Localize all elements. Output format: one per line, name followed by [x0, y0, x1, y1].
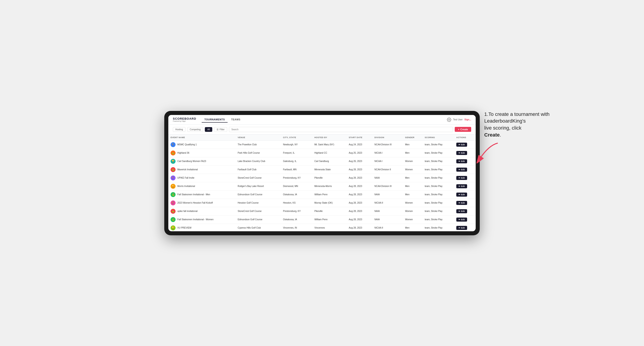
cell-date-10: Aug 28, 2023: [346, 215, 372, 224]
cell-event-name-5: 🏌 UPIKE Fall Invite: [168, 174, 236, 182]
cell-actions-4: ✏ Edit: [454, 165, 476, 174]
event-name-8: 2023 Women's Hesston Fall Kickoff: [177, 201, 213, 204]
edit-button-4[interactable]: ✏ Edit: [456, 168, 467, 172]
event-icon-10: ⛳: [170, 217, 176, 222]
cell-hosted-11: Vincennes: [312, 224, 346, 231]
cell-date-2: Aug 25, 2023: [346, 149, 372, 157]
cell-city-5: Prestonsburg, KY: [281, 174, 312, 182]
cell-actions-9: ✏ Edit: [454, 207, 476, 215]
col-hosted-by: HOSTED BY: [312, 135, 346, 141]
event-name-11: VU PREVIEW: [177, 226, 192, 229]
cell-venue-9: StoneCrest Golf Course: [236, 207, 281, 215]
cell-city-3: Galesburg, IL: [281, 157, 312, 165]
cell-date-7: Aug 28, 2023: [346, 190, 372, 199]
table-row: 🏌 UPIKE Fall Invite StoneCrest Golf Cour…: [168, 174, 476, 182]
cell-division-7: NAIA: [372, 190, 403, 199]
cell-hosted-4: Minnesota State: [312, 165, 346, 174]
all-filter-button[interactable]: All: [205, 127, 212, 132]
table-container: EVENT NAME VENUE CITY, STATE HOSTED BY S…: [168, 135, 476, 231]
table-row: 🏆 Morris Invitational Ruttger's Bay Lake…: [168, 182, 476, 190]
annotation-text: 1.To create a tournament with Leaderboar…: [484, 111, 552, 163]
cell-venue-3: Lake Bracken Country Club: [236, 157, 281, 165]
create-button[interactable]: + Create: [455, 127, 471, 132]
event-icon-7: ⛳: [170, 192, 176, 197]
cell-venue-5: StoneCrest Golf Course: [236, 174, 281, 182]
edit-icon-3: ✏: [458, 160, 460, 163]
cell-division-1: NCAA Division III: [372, 140, 403, 149]
edit-button-11[interactable]: ✏ Edit: [456, 226, 467, 230]
cell-date-4: Aug 28, 2023: [346, 165, 372, 174]
cell-city-1: Newburgh, NY: [281, 140, 312, 149]
edit-button-3[interactable]: ✏ Edit: [456, 159, 467, 163]
cell-city-2: Freeport, IL: [281, 149, 312, 157]
edit-button-2[interactable]: ✏ Edit: [456, 151, 467, 155]
annotation-line2: tournament with: [514, 111, 550, 117]
event-icon-4: ⛳: [170, 167, 176, 172]
cell-hosted-5: Pikeville: [312, 174, 346, 182]
cell-actions-11: ✏ Edit: [454, 224, 476, 231]
table-row: ⛳ Fall Statesmen Invitational - Men Edmu…: [168, 190, 476, 199]
event-icon-2: ⛳: [170, 151, 176, 156]
hosting-filter-button[interactable]: Hosting: [173, 127, 186, 132]
edit-label-6: Edit: [461, 185, 465, 187]
edit-button-10[interactable]: ✏ Edit: [456, 217, 467, 222]
cell-scoring-6: team, Stroke Play: [422, 182, 454, 190]
edit-button-7[interactable]: ✏ Edit: [456, 192, 467, 197]
cell-venue-7: Edmundson Golf Course: [236, 190, 281, 199]
edit-button-6[interactable]: ✏ Edit: [456, 184, 467, 188]
edit-icon-4: ✏: [458, 169, 460, 171]
event-name-5: UPIKE Fall Invite: [177, 176, 194, 179]
edit-button-9[interactable]: ✏ Edit: [456, 209, 467, 213]
cell-venue-6: Ruttger's Bay Lake Resort: [236, 182, 281, 190]
tab-tournaments[interactable]: TOURNAMENTS: [202, 117, 228, 123]
cell-actions-5: ✏ Edit: [454, 174, 476, 182]
tab-teams[interactable]: TEAMS: [228, 117, 243, 123]
cell-scoring-5: team, Stroke Play: [422, 174, 454, 182]
col-scoring: SCORING: [422, 135, 454, 141]
cell-division-11: NICAA II: [372, 224, 403, 231]
table-row: 🏌 2023 Women's Hesston Fall Kickoff Hess…: [168, 199, 476, 207]
edit-button-8[interactable]: ✏ Edit: [456, 201, 467, 205]
cell-division-3: NICAA I: [372, 157, 403, 165]
edit-icon-11: ✏: [458, 227, 460, 229]
competing-filter-button[interactable]: Competing: [187, 127, 203, 132]
cell-event-name-1: 🏌 MSMC Qualifying 1: [168, 140, 236, 149]
cell-date-5: Aug 28, 2023: [346, 174, 372, 182]
cell-hosted-10: William Penn: [312, 215, 346, 224]
edit-button-5[interactable]: ✏ Edit: [456, 176, 467, 180]
table-row: ⛳ Highland 36 Park Hills Golf Course Fre…: [168, 149, 476, 157]
cell-gender-2: Men: [403, 149, 422, 157]
table-body: 🏌 MSMC Qualifying 1 The Powelton Club Ne…: [168, 140, 476, 231]
event-icon-3: 🏆: [170, 159, 176, 164]
search-input[interactable]: [229, 127, 453, 132]
cell-division-10: NAIA: [372, 215, 403, 224]
sign-in-button[interactable]: Sign...: [464, 118, 471, 121]
cell-division-4: NCAA Division II: [372, 165, 403, 174]
cell-event-name-6: 🏆 Morris Invitational: [168, 182, 236, 190]
cell-venue-4: Faribault Golf Club: [236, 165, 281, 174]
cell-hosted-8: Murray State (OK): [312, 199, 346, 207]
annotation-period: .: [500, 132, 501, 138]
cell-city-6: Deerwood, MN: [281, 182, 312, 190]
user-text: Test User: [453, 118, 462, 121]
cell-division-9: NAIA: [372, 207, 403, 215]
cell-event-name-9: ⛳ upike fall invitational: [168, 207, 236, 215]
search-box: [229, 127, 453, 132]
cell-hosted-1: Mt. Saint Mary (NY): [312, 140, 346, 149]
cell-actions-8: ✏ Edit: [454, 199, 476, 207]
cell-scoring-1: team, Stroke Play: [422, 140, 454, 149]
logo-text: SCOREBOARD: [173, 117, 196, 120]
edit-label-8: Edit: [461, 202, 465, 204]
edit-button-1[interactable]: ✏ Edit: [456, 143, 467, 147]
cell-actions-10: ✏ Edit: [454, 215, 476, 224]
svg-point-0: [448, 119, 450, 120]
nav-tabs: TOURNAMENTS TEAMS: [202, 117, 442, 123]
cell-scoring-11: team, Stroke Play: [422, 224, 454, 231]
cell-city-8: Hesston, KS: [281, 199, 312, 207]
filter-button[interactable]: ☰ Filter: [214, 127, 227, 132]
edit-label-11: Edit: [461, 227, 465, 229]
gear-icon[interactable]: [447, 117, 451, 122]
event-icon-1: 🏌: [170, 142, 176, 147]
table-header: EVENT NAME VENUE CITY, STATE HOSTED BY S…: [168, 135, 476, 141]
event-name-1: MSMC Qualifying 1: [177, 143, 197, 146]
